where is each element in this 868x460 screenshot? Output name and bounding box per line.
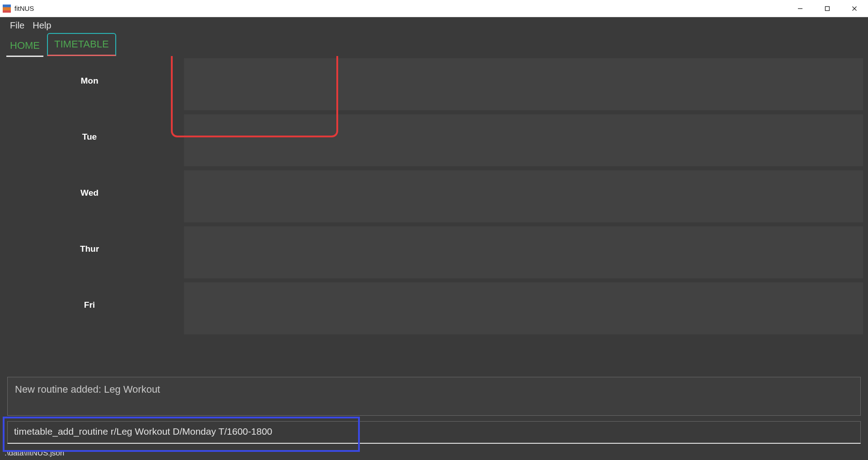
day-label-tue: Tue — [0, 132, 179, 142]
app-body: File Help HOME TIMETABLE Mon Tue Wed Thu… — [0, 17, 868, 460]
day-label-thur: Thur — [0, 244, 179, 254]
minimize-button[interactable] — [787, 0, 814, 17]
timetable-row-wed[interactable] — [184, 170, 863, 223]
day-label-fri: Fri — [0, 300, 179, 310]
app-title: fitNUS — [14, 5, 34, 12]
menubar: File Help — [0, 17, 868, 33]
menu-help[interactable]: Help — [33, 20, 51, 31]
tab-home[interactable]: HOME — [4, 35, 46, 56]
tabs-row: HOME TIMETABLE — [0, 33, 868, 56]
timetable-area: Mon Tue Wed Thur Fri — [0, 56, 868, 377]
timetable-row-tue[interactable] — [184, 114, 863, 167]
menu-file[interactable]: File — [10, 20, 24, 31]
svg-rect-1 — [826, 6, 830, 10]
statusbar: .\data\fitNUS.json — [0, 446, 868, 460]
tab-home-label: HOME — [10, 40, 40, 51]
app-icon — [3, 5, 11, 13]
tab-timetable-label: TIMETABLE — [54, 38, 109, 50]
window-titlebar: fitNUS — [0, 0, 868, 17]
maximize-button[interactable] — [814, 0, 841, 17]
command-input-text: timetable_add_routine r/Leg Workout D/Mo… — [14, 426, 272, 437]
message-text: New routine added: Leg Workout — [15, 384, 160, 395]
timetable-row-fri[interactable] — [184, 282, 863, 335]
tab-timetable[interactable]: TIMETABLE — [47, 33, 116, 56]
statusbar-path: .\data\fitNUS.json — [5, 449, 64, 458]
day-label-mon: Mon — [0, 76, 179, 86]
command-wrap: timetable_add_routine r/Leg Workout D/Mo… — [7, 421, 861, 444]
timetable-row-mon[interactable] — [184, 58, 863, 111]
message-output: New routine added: Leg Workout — [7, 377, 861, 416]
day-label-wed: Wed — [0, 188, 179, 198]
timetable-row-thur[interactable] — [184, 226, 863, 279]
close-button[interactable] — [841, 0, 868, 17]
titlebar-left: fitNUS — [3, 5, 34, 13]
command-input[interactable]: timetable_add_routine r/Leg Workout D/Mo… — [7, 421, 861, 444]
window-controls — [787, 0, 868, 17]
